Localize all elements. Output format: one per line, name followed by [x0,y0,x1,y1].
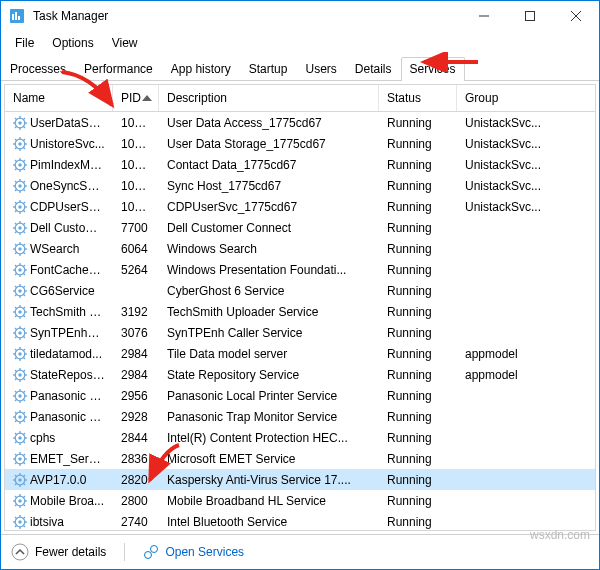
menu-view[interactable]: View [104,33,146,53]
svg-line-156 [23,420,25,422]
table-row[interactable]: SynTPEnhSer...3076SynTPEnh Caller Servic… [5,322,595,343]
service-gear-icon [13,389,27,403]
service-gear-icon [13,263,27,277]
header-description[interactable]: Description [159,85,379,111]
table-row[interactable]: Panasonic Tr...2928Panasonic Trap Monito… [5,406,595,427]
svg-point-190 [18,499,22,503]
fewer-details-button[interactable]: Fewer details [11,543,106,561]
svg-line-65 [15,223,17,225]
svg-line-178 [15,462,17,464]
svg-line-136 [23,378,25,380]
table-row[interactable]: WSearch6064Windows SearchRunning [5,238,595,259]
cell-pid: 2820 [113,473,159,487]
tab-app-history[interactable]: App history [162,57,240,80]
cell-pid: 3192 [113,305,159,319]
cell-pid: 6064 [113,242,159,256]
cell-group: appmodel [457,368,557,382]
table-row[interactable]: cphs2844Intel(R) Content Protection HEC.… [5,427,595,448]
table-row[interactable]: OneSyncSvc_...10532Sync Host_1775cd67Run… [5,175,595,196]
svg-point-220 [145,552,152,559]
svg-line-128 [15,357,17,359]
cell-description: Intel(R) Content Protection HEC... [159,431,379,445]
svg-line-168 [15,441,17,443]
cell-description: Windows Presentation Foundati... [159,263,379,277]
table-row[interactable]: PimIndexMai...10532Contact Data_1775cd67… [5,154,595,175]
svg-point-170 [18,457,22,461]
service-gear-icon [13,305,27,319]
cell-description: Mobile Broadband HL Service [159,494,379,508]
cell-pid: 3076 [113,326,159,340]
svg-line-165 [15,433,17,435]
table-row[interactable]: StateReposit...2984State Repository Serv… [5,364,595,385]
svg-line-166 [23,441,25,443]
table-row[interactable]: CDPUserSvc...10532CDPUserSvc_1775cd67Run… [5,196,595,217]
svg-line-118 [15,336,17,338]
svg-line-116 [23,336,25,338]
tab-users[interactable]: Users [296,57,345,80]
cell-status: Running [379,137,457,151]
cell-pid: 5264 [113,263,159,277]
close-button[interactable] [553,1,599,31]
svg-point-60 [18,226,22,230]
svg-line-78 [15,252,17,254]
cell-pid: 2984 [113,347,159,361]
tab-details[interactable]: Details [346,57,401,80]
table-row[interactable]: UserDataSvc...10532User Data Access_1775… [5,112,595,133]
header-group[interactable]: Group [457,85,557,111]
tab-services[interactable]: Services [401,57,465,80]
table-row[interactable]: tiledatamod...2984Tile Data model server… [5,343,595,364]
header-status[interactable]: Status [379,85,457,111]
svg-line-97 [23,286,25,288]
table-row[interactable]: FontCache3...5264Windows Presentation Fo… [5,259,595,280]
cell-name: ibtsiva [5,515,113,529]
cell-group: UnistackSvc... [457,116,557,130]
cell-status: Running [379,263,457,277]
table-row[interactable]: ibtsiva2740Intel Bluetooth ServiceRunnin… [5,511,595,531]
table-row[interactable]: Panasonic Lo...2956Panasonic Local Print… [5,385,595,406]
svg-line-105 [15,307,17,309]
svg-line-27 [23,139,25,141]
table-row[interactable]: TechSmith U...3192TechSmith Uploader Ser… [5,301,595,322]
table-row[interactable]: EMET_Service2836Microsoft EMET ServiceRu… [5,448,595,469]
cell-name: TechSmith U... [5,305,113,319]
maximize-button[interactable] [507,1,553,31]
column-headers: Name PID Description Status Group [4,84,596,112]
svg-line-45 [15,181,17,183]
cell-status: Running [379,179,457,193]
minimize-button[interactable] [461,1,507,31]
cell-name: OneSyncSvc_... [5,179,113,193]
svg-point-150 [18,415,22,419]
table-row[interactable]: Mobile Broa...2800Mobile Broadband HL Se… [5,490,595,511]
cell-status: Running [379,389,457,403]
svg-point-180 [18,478,22,482]
service-gear-icon [13,200,27,214]
svg-line-125 [15,349,17,351]
svg-line-67 [23,223,25,225]
service-gear-icon [13,137,27,151]
cell-name: Mobile Broa... [5,494,113,508]
cell-name: FontCache3... [5,263,113,277]
table-row[interactable]: Dell Custom...7700Dell Customer ConnectR… [5,217,595,238]
tab-processes[interactable]: Processes [1,57,75,80]
table-row[interactable]: UnistoreSvc...10532User Data Storage_177… [5,133,595,154]
header-pid[interactable]: PID [113,85,159,111]
svg-point-50 [18,205,22,209]
service-gear-icon [13,326,27,340]
header-name[interactable]: Name [5,85,113,111]
table-row[interactable]: CG6ServiceCyberGhost 6 ServiceRunning [5,280,595,301]
open-services-link[interactable]: Open Services [143,544,244,560]
svg-point-130 [18,373,22,377]
svg-point-200 [18,520,22,524]
tab-performance[interactable]: Performance [75,57,162,80]
svg-line-58 [15,210,17,212]
menu-options[interactable]: Options [44,33,101,53]
cell-name: PimIndexMai... [5,158,113,172]
fewer-details-label: Fewer details [35,545,106,559]
menu-file[interactable]: File [7,33,42,53]
table-row[interactable]: AVP17.0.02820Kaspersky Anti-Virus Servic… [5,469,595,490]
cell-description: Contact Data_1775cd67 [159,158,379,172]
svg-line-17 [23,118,25,120]
tab-startup[interactable]: Startup [240,57,297,80]
cell-pid: 2800 [113,494,159,508]
svg-line-77 [23,244,25,246]
